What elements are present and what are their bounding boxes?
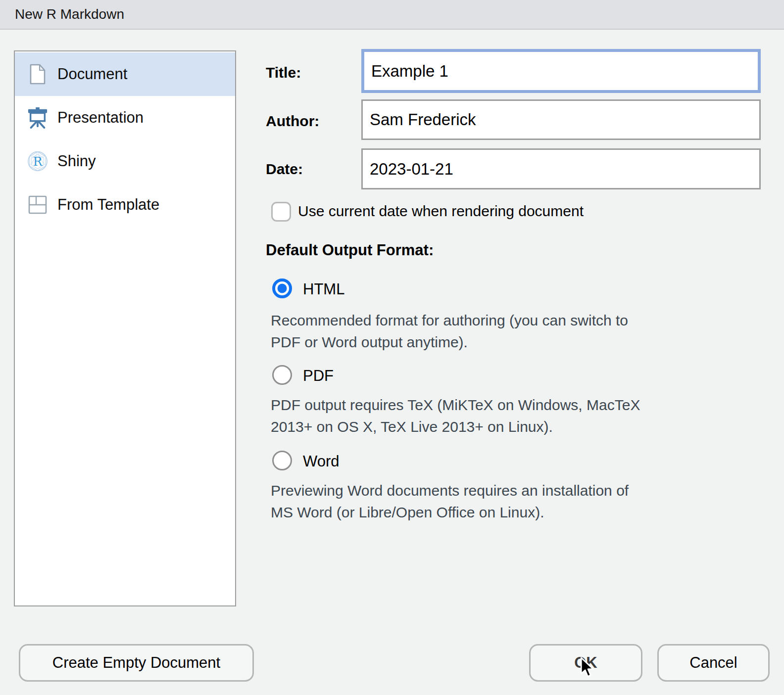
mouse-cursor-icon xyxy=(579,656,596,679)
default-output-format-label: Default Output Format: xyxy=(266,241,434,259)
use-current-date-checkbox[interactable] xyxy=(271,202,291,222)
sidebar-item-label: Presentation xyxy=(57,109,144,127)
author-input[interactable] xyxy=(361,99,761,140)
template-icon xyxy=(27,193,49,216)
dialog-titlebar: New R Markdown xyxy=(0,0,784,30)
dialog-title: New R Markdown xyxy=(15,6,124,22)
sidebar-item-from-template[interactable]: From Template xyxy=(15,183,235,227)
svg-text:R: R xyxy=(33,154,43,169)
pdf-radio[interactable] xyxy=(272,365,292,385)
sidebar-item-shiny[interactable]: R Shiny xyxy=(15,139,235,183)
word-description: Previewing Word documents requires an in… xyxy=(271,480,748,523)
title-label: Title: xyxy=(266,64,301,81)
sidebar-item-document[interactable]: Document xyxy=(15,52,235,96)
html-radio-label[interactable]: HTML xyxy=(303,280,344,298)
date-input[interactable] xyxy=(361,148,761,189)
date-label: Date: xyxy=(266,161,303,178)
pdf-description: PDF output requires TeX (MiKTeX on Windo… xyxy=(271,394,748,438)
word-radio[interactable] xyxy=(272,451,292,470)
sidebar-item-label: Document xyxy=(57,65,127,83)
html-description: Recommended format for authoring (you ca… xyxy=(271,310,748,353)
template-type-list: Document Presentation xyxy=(14,50,236,606)
cancel-button[interactable]: Cancel xyxy=(657,644,770,682)
sidebar-item-presentation[interactable]: Presentation xyxy=(15,96,235,139)
pdf-radio-label[interactable]: PDF xyxy=(303,367,334,385)
title-input[interactable] xyxy=(361,49,761,93)
word-radio-label[interactable]: Word xyxy=(303,453,340,470)
create-empty-document-button[interactable]: Create Empty Document xyxy=(19,644,254,682)
sidebar-item-label: From Template xyxy=(57,196,159,214)
use-current-date-label: Use current date when rendering document xyxy=(298,203,584,220)
document-icon xyxy=(27,63,49,86)
new-r-markdown-dialog: New R Markdown Document xyxy=(0,0,784,695)
html-radio[interactable] xyxy=(272,278,292,298)
shiny-icon: R xyxy=(27,150,49,173)
author-label: Author: xyxy=(266,113,319,130)
sidebar-item-label: Shiny xyxy=(57,152,96,170)
presentation-icon xyxy=(27,106,49,129)
